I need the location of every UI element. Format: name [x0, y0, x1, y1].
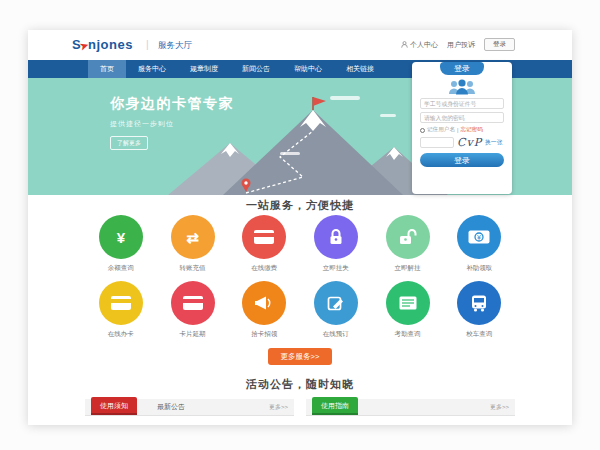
remember-label: 记住用户名: [427, 126, 455, 134]
remember-checkbox[interactable]: [420, 128, 425, 133]
service-item-new-card[interactable]: 在线办卡: [85, 281, 157, 339]
captcha-refresh-link[interactable]: 换一张: [485, 138, 502, 147]
personal-center-link[interactable]: 个人中心: [401, 40, 438, 50]
more-link-right[interactable]: 更多>>: [490, 403, 509, 412]
service-item-pay[interactable]: 在线缴费: [228, 215, 300, 273]
page: S➤njones | 服务大厅 个人中心 用户投诉 登录 首页 服务中心 规章制…: [28, 30, 572, 425]
header-right-menu: 个人中心 用户投诉 登录: [401, 38, 515, 51]
username-input[interactable]: [420, 98, 504, 109]
service-item-balance[interactable]: ¥ 余额查询: [85, 215, 157, 273]
more-link-left[interactable]: 更多>>: [269, 403, 288, 412]
announcement-bars: 使用须知 最新公告 更多>> 使用指南 更多>>: [85, 399, 515, 416]
header-login-button[interactable]: 登录: [484, 38, 515, 51]
service-item-lost-found[interactable]: 拾卡招领: [228, 281, 300, 339]
service-item-attendance[interactable]: 考勤查询: [372, 281, 444, 339]
service-item-subsidy[interactable]: ¥ 补助领取: [443, 215, 515, 273]
login-tab[interactable]: 登录: [440, 62, 484, 75]
cloud-decor: [280, 152, 300, 155]
nav-item-news[interactable]: 新闻公告: [230, 60, 282, 78]
user-icon: [401, 41, 408, 48]
logo-separator: |: [146, 39, 149, 50]
announcements-section: 活动公告，随时知晓 使用须知 最新公告 更多>> 使用指南 更多>>: [28, 378, 572, 416]
login-submit-button[interactable]: 登录: [420, 153, 504, 167]
unlock-icon: [386, 215, 430, 259]
nav-item-links[interactable]: 相关链接: [334, 60, 386, 78]
service-item-booking[interactable]: 在线预订: [300, 281, 372, 339]
forgot-password-link[interactable]: 忘记密码: [460, 126, 482, 134]
hero-cta-button[interactable]: 了解更多: [110, 136, 148, 150]
tab-user-guide[interactable]: 使用指南: [312, 397, 358, 415]
user-feedback-link[interactable]: 用户投诉: [447, 40, 475, 50]
attendance-icon: [386, 281, 430, 325]
services-row-1: ¥ 余额查询 ⇄ 转账充值 在线缴费 立即挂失 立即解挂: [85, 215, 515, 273]
lock-icon: [314, 215, 358, 259]
banknote-icon: ¥: [457, 215, 501, 259]
personal-center-label: 个人中心: [410, 40, 438, 50]
tab-latest-announcements[interactable]: 最新公告: [157, 402, 185, 412]
site-name: 服务大厅: [158, 40, 192, 52]
announcement-panel-left: 使用须知 最新公告 更多>>: [85, 399, 294, 416]
captcha-input[interactable]: [420, 137, 454, 148]
bus-icon: [457, 281, 501, 325]
logo-text-suffix: njones: [88, 37, 133, 52]
edit-icon: [314, 281, 358, 325]
captcha-image: CvP: [457, 137, 482, 148]
users-icon: [446, 78, 478, 95]
announcement-panel-right: 使用指南 更多>>: [306, 399, 515, 416]
service-item-unlock[interactable]: 立即解挂: [372, 215, 444, 273]
announcements-title: 活动公告，随时知晓: [28, 378, 572, 390]
service-item-transfer[interactable]: ⇄ 转账充值: [157, 215, 229, 273]
login-panel: 登录 记住用户名 | 忘记密码 CvP 换一张 登录: [412, 62, 512, 194]
hero-subtitle: 提供捷径一步到位: [110, 119, 234, 129]
password-input[interactable]: [420, 112, 504, 123]
hero-text-block: 你身边的卡管专家 提供捷径一步到位 了解更多: [110, 95, 234, 150]
services-section: 一站服务，方便快捷 ¥ 余额查询 ⇄ 转账充值 在线缴费 立即挂失: [28, 195, 572, 365]
services-row-2: 在线办卡 卡片延期 拾卡招领 在线预订: [85, 281, 515, 339]
logo[interactable]: S➤njones: [72, 37, 133, 52]
header: S➤njones | 服务大厅 个人中心 用户投诉 登录: [28, 30, 572, 60]
nav-item-home[interactable]: 首页: [88, 60, 126, 78]
card-icon: [171, 281, 215, 325]
remember-row: 记住用户名 | 忘记密码: [420, 126, 504, 134]
nav-item-rules[interactable]: 规章制度: [178, 60, 230, 78]
remember-divider: |: [457, 127, 458, 133]
nav-item-help-center[interactable]: 帮助中心: [282, 60, 334, 78]
megaphone-icon: [242, 281, 286, 325]
card-icon: [242, 215, 286, 259]
service-item-report-loss[interactable]: 立即挂失: [300, 215, 372, 273]
cloud-decor: [380, 114, 396, 117]
yen-icon: ¥: [99, 215, 143, 259]
hero-title: 你身边的卡管专家: [110, 95, 234, 113]
service-item-card-extension[interactable]: 卡片延期: [157, 281, 229, 339]
cloud-decor: [330, 96, 360, 100]
user-feedback-label: 用户投诉: [447, 40, 475, 50]
services-title: 一站服务，方便快捷: [28, 199, 572, 211]
transfer-icon: ⇄: [171, 215, 215, 259]
tab-usage-notice[interactable]: 使用须知: [91, 397, 137, 415]
card-icon: [99, 281, 143, 325]
service-item-school-bus[interactable]: 校车查询: [443, 281, 515, 339]
svg-text:¥: ¥: [477, 234, 481, 241]
nav-item-service-center[interactable]: 服务中心: [126, 60, 178, 78]
more-services-button[interactable]: 更多服务>>: [268, 348, 333, 365]
captcha-row: CvP 换一张: [420, 137, 504, 148]
